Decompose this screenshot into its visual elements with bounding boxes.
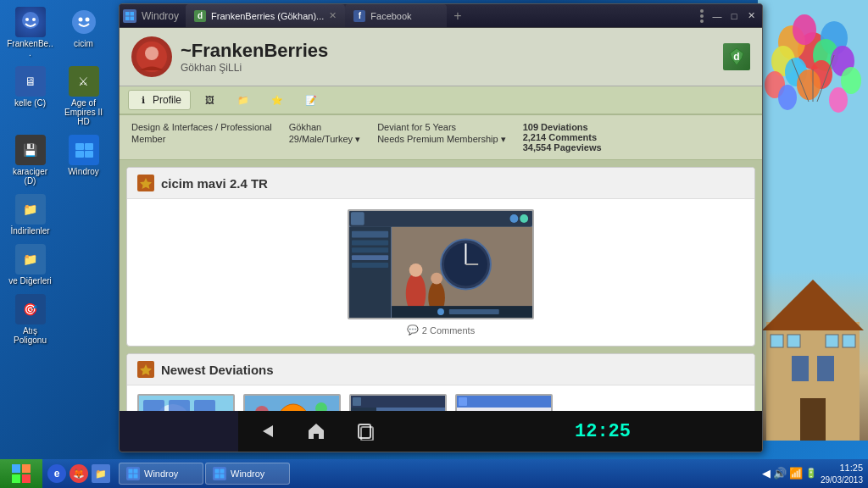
close-button[interactable]: ✕ [743,8,759,24]
taskbar-item-windroy-2[interactable]: Windroy [205,463,290,485]
featured-thumb[interactable] [348,209,534,319]
profile-name-area: ~FrankenBerries Gökhan ŞiLLi [181,40,715,74]
tab-da[interactable]: d FrankenBerries (Gökhan)... ✕ [186,4,345,27]
taskbar-item-windroy-1[interactable]: Windroy [119,463,203,485]
svg-point-65 [431,273,442,285]
svg-rect-120 [129,474,133,479]
taskbar-items: Windroy Windroy [115,463,757,485]
system-tray: ◀ 🔊 📶 🔋 11:25 29/03/2013 [757,462,868,485]
featured-deviation: 💬 2 Comments [127,199,754,346]
svg-rect-124 [215,474,220,479]
nav-profile[interactable]: ℹ Profile [128,90,191,110]
window-controls: — □ ✕ [709,8,759,24]
taskbar-item-windroy-2-label: Windroy [231,469,264,479]
info-deviations: 109 Deviations [523,122,602,132]
tray-clock[interactable]: 11:25 29/03/2013 [821,462,863,485]
svg-marker-69 [140,364,152,375]
svg-rect-48 [351,212,364,225]
svg-rect-53 [352,241,388,246]
tray-arrow[interactable]: ◀ [762,467,771,480]
desktop-icon-kelle[interactable]: 🖥 kelle (C) [7,66,53,126]
ie-icon[interactable]: e [47,464,66,483]
svg-rect-26 [843,335,855,347]
windroy-taskbar-icon-2 [213,467,226,480]
nav-gallery[interactable]: 🖼 [194,90,225,110]
svg-rect-115 [22,464,31,473]
window-menu-button[interactable] [694,6,709,26]
folder-icon-quick[interactable]: 📁 [92,464,110,483]
svg-rect-55 [352,255,388,260]
svg-rect-122 [215,469,220,474]
tab-da-close[interactable]: ✕ [329,10,337,21]
start-button[interactable] [0,459,42,488]
info-pageviews: 34,554 Pageviews [523,142,602,152]
desktop-icon-indirilenler[interactable]: 📁 İndirilenler [7,194,53,236]
svg-rect-34 [85,143,93,150]
svg-point-67 [437,308,444,315]
svg-rect-39 [125,16,130,20]
deviation-thumb-1[interactable] [137,394,235,411]
start-icon [11,463,31,484]
browser-content[interactable]: ~FrankenBerries Gökhan ŞiLLi d ℹ [120,28,762,411]
new-tab-button[interactable]: + [447,4,468,27]
svg-point-28 [25,18,29,21]
featured-section-icon [137,175,154,191]
featured-comments: 💬 2 Comments [407,324,475,336]
facebook-tab-icon: f [353,10,365,22]
featured-section-title: cicim mavi 2.4 TR [161,176,268,191]
svg-rect-117 [22,474,31,483]
info-location: Gökhan 29/Male/Turkey ▾ [289,122,360,152]
da-profile-page: ~FrankenBerries Gökhan ŞiLLi d ℹ [120,28,762,411]
journal-nav-icon: 📝 [305,94,317,106]
svg-rect-54 [352,247,388,252]
desktop-icon-windroy[interactable]: Windroy [60,135,107,186]
tab-facebook[interactable]: f Facebook [345,4,447,27]
svg-point-16 [778,85,797,110]
svg-rect-22 [800,398,826,441]
android-home-button[interactable] [304,419,328,443]
deviation-thumb-4[interactable] [455,394,553,411]
svg-rect-20 [792,356,809,381]
minimize-button[interactable]: — [709,8,725,24]
svg-rect-47 [349,210,532,227]
svg-rect-75 [169,400,190,411]
android-back-button[interactable] [255,419,279,443]
svg-rect-125 [220,474,225,479]
info-category: Design & Interfaces / Professional Membe… [131,122,272,152]
svg-rect-56 [352,263,388,268]
android-recents-button[interactable] [353,419,377,443]
svg-text:d: d [733,51,739,63]
tab-da-label: FrankenBerries (Gökhan)... [211,11,324,21]
desktop-icon-frankenberries[interactable]: FrankenBe... [7,7,53,58]
svg-rect-95 [457,396,553,408]
svg-rect-23 [771,335,783,347]
svg-point-29 [32,18,36,21]
svg-rect-25 [826,335,838,347]
featured-section: cicim mavi 2.4 TR [126,167,755,347]
svg-point-10 [797,69,821,100]
deviation-thumb-2[interactable] [243,394,341,411]
info-location-text: 29/Male/Turkey ▾ [289,134,360,145]
svg-rect-36 [85,151,93,158]
profile-info-bar: Design & Interfaces / Professional Membe… [120,115,762,160]
info-deviant-years: Deviant for 5 Years [377,122,506,132]
svg-rect-35 [75,151,84,158]
svg-marker-105 [263,425,273,437]
windows-taskbar: e 🦊 📁 Windroy [0,459,868,488]
desktop-icon-ve-digleri[interactable]: 📁 ve Diğerleri [7,244,53,286]
deviation-thumb-3[interactable] [349,394,447,411]
watchlist-nav-icon: ⭐ [271,94,283,106]
svg-rect-33 [75,143,84,150]
nav-journal[interactable]: 📝 [296,90,326,110]
desktop-icon-karacigar[interactable]: 💾 karaciger (D) [7,135,53,186]
da-tab-icon: d [194,10,206,22]
browser-icon[interactable]: 🦊 [70,464,88,483]
maximize-button[interactable]: □ [726,8,742,24]
nav-favourites[interactable]: 📁 [228,90,259,110]
windroy-window: Windroy d FrankenBerries (Gökhan)... ✕ f… [119,3,763,452]
desktop-icon-cicim[interactable]: cicim [60,7,107,58]
nav-watchlist[interactable]: ⭐ [262,90,292,110]
desktop-icon-atis-poligonu[interactable]: 🎯 Atış Poligonu [7,294,53,345]
desktop-icon-age-of-empires[interactable]: ⚔ Age of Empires II HD [60,66,107,126]
info-category-text: Design & Interfaces / Professional [131,122,272,132]
